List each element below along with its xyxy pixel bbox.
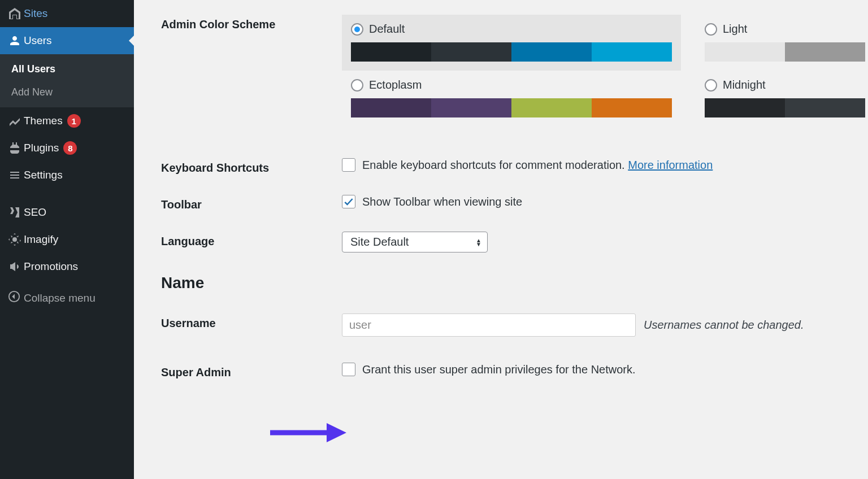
color-scheme-label: Admin Color Scheme xyxy=(161,15,342,31)
sidebar-item-seo[interactable]: SEO xyxy=(0,199,134,226)
sidebar-item-promotions[interactable]: Promotions xyxy=(0,253,134,280)
sidebar-item-users[interactable]: Users xyxy=(0,27,134,54)
sidebar-label: SEO xyxy=(24,206,46,219)
sidebar-item-sites[interactable]: Sites xyxy=(0,0,134,27)
swatches-light xyxy=(705,42,865,62)
sidebar-label: Themes xyxy=(24,115,63,127)
name-section-heading: Name xyxy=(161,274,868,292)
themes-badge: 1 xyxy=(67,114,81,128)
username-input xyxy=(342,313,636,337)
annotation-arrow-icon xyxy=(270,422,346,446)
imagify-icon xyxy=(8,233,24,246)
color-scheme-midnight[interactable]: Midnight xyxy=(696,71,865,127)
sidebar-label: Plugins xyxy=(24,142,59,154)
keyboard-checkbox[interactable] xyxy=(342,158,355,172)
super-admin-checkbox-label: Grant this user super admin privileges f… xyxy=(362,363,636,376)
super-admin-checkbox[interactable] xyxy=(342,363,355,376)
sidebar-label: Settings xyxy=(24,169,63,181)
sidebar-item-settings[interactable]: Settings xyxy=(0,162,134,189)
promotions-icon xyxy=(8,260,24,273)
username-label: Username xyxy=(161,313,342,330)
sidebar-label: Promotions xyxy=(24,260,78,273)
swatches-ectoplasm xyxy=(351,98,672,117)
username-help: Usernames cannot be changed. xyxy=(644,319,804,332)
language-label: Language xyxy=(161,232,342,248)
sidebar-submenu-users: All Users Add New xyxy=(0,54,134,107)
sidebar-collapse-button[interactable]: Collapse menu xyxy=(0,284,134,312)
plugins-badge: 8 xyxy=(63,141,77,155)
color-scheme-light[interactable]: Light xyxy=(696,15,865,71)
radio-midnight[interactable] xyxy=(705,79,717,92)
sidebar-item-themes[interactable]: Themes 1 xyxy=(0,107,134,134)
settings-icon xyxy=(8,168,24,182)
sidebar-label: Imagify xyxy=(24,233,58,246)
sidebar-label: Sites xyxy=(24,7,47,20)
radio-ectoplasm[interactable] xyxy=(351,79,363,92)
admin-sidebar: Sites Users All Users Add New Themes 1 P… xyxy=(0,0,134,479)
sidebar-item-imagify[interactable]: Imagify xyxy=(0,226,134,253)
sidebar-sub-add-new[interactable]: Add New xyxy=(0,81,134,104)
radio-light[interactable] xyxy=(705,23,717,36)
main-content: Admin Color Scheme Default xyxy=(134,0,868,479)
select-arrows-icon: ▲▼ xyxy=(476,238,481,246)
collapse-icon xyxy=(8,290,24,306)
sidebar-label: Users xyxy=(24,34,52,47)
color-scheme-field: Default Ectoplasm xyxy=(342,15,868,127)
plugins-icon xyxy=(8,141,24,155)
users-icon xyxy=(8,34,24,47)
sites-icon xyxy=(8,7,24,20)
collapse-label: Collapse menu xyxy=(24,292,96,304)
language-select[interactable]: Site Default ▲▼ xyxy=(342,232,488,252)
keyboard-checkbox-label: Enable keyboard shortcuts for comment mo… xyxy=(362,159,713,172)
keyboard-label: Keyboard Shortcuts xyxy=(161,158,342,175)
sidebar-item-plugins[interactable]: Plugins 8 xyxy=(0,134,134,162)
color-scheme-ectoplasm[interactable]: Ectoplasm xyxy=(342,71,681,127)
swatches-default xyxy=(351,42,672,62)
swatches-midnight xyxy=(705,98,865,117)
color-scheme-default[interactable]: Default xyxy=(342,15,681,71)
radio-default[interactable] xyxy=(351,23,363,36)
sidebar-sub-all-users[interactable]: All Users xyxy=(0,58,134,81)
seo-icon xyxy=(8,206,24,219)
toolbar-label: Toolbar xyxy=(161,195,342,211)
keyboard-more-link[interactable]: More information xyxy=(628,159,713,171)
themes-icon xyxy=(8,114,24,128)
super-admin-label: Super Admin xyxy=(161,363,342,379)
toolbar-checkbox-label: Show Toolbar when viewing site xyxy=(362,195,522,208)
toolbar-checkbox[interactable] xyxy=(342,195,355,208)
svg-marker-2 xyxy=(327,423,346,442)
